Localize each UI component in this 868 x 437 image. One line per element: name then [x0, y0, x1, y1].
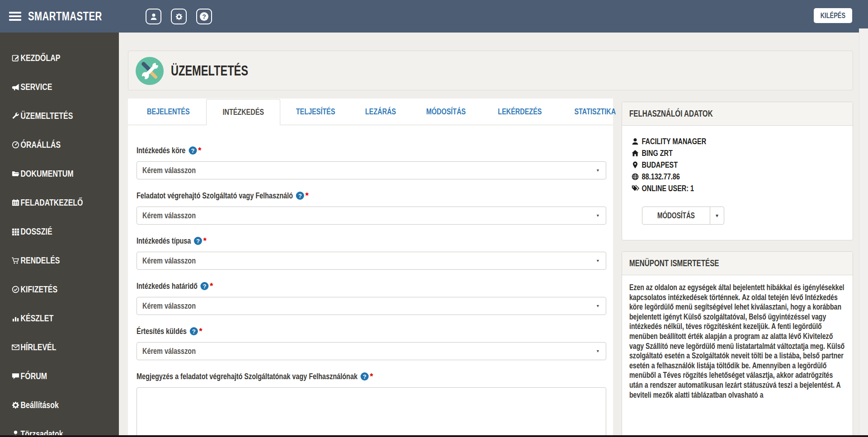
field-label: Értesítés küldés	[137, 326, 187, 336]
sidebar-item-torzsadatok[interactable]: Törzsadatok	[0, 419, 119, 437]
gear-icon	[175, 13, 183, 21]
logout-button[interactable]: KILÉPÉS	[814, 8, 852, 23]
tab-statisztika[interactable]: STATISZTIKA	[558, 99, 632, 125]
modify-button[interactable]: MÓDOSÍTÁS	[642, 207, 710, 224]
sidebar-item-forum[interactable]: FÓRUM	[0, 362, 119, 390]
main-content-card: BEJELENTÉS INTÉZKEDÉS TELJESÍTÉS LEZÁRÁS…	[128, 99, 613, 437]
sidebar-item-uzemeltetes[interactable]: ÜZEMELTETÉS	[0, 101, 119, 130]
question-icon: ?	[200, 12, 208, 21]
chevron-down-icon: ▼	[596, 168, 600, 173]
user-data-rows: FACILITY MANAGER BING ZRT BUDAPEST 88.13…	[622, 126, 853, 194]
user-row-city: BUDAPEST	[631, 159, 794, 171]
field-label: Feladatot végrehajtó Szolgáltató vagy Fe…	[137, 191, 293, 201]
menu-description-title: MENÜPONT ISMERTETÉSE	[622, 252, 853, 275]
menu-description-body: Ezen az oldalon az egységek által bejele…	[622, 275, 853, 409]
vegrehajto-select[interactable]: Kérem válasszon ▼	[137, 207, 606, 225]
required-mark: *	[370, 371, 373, 381]
sidebar-item-beallitasok[interactable]: Beállítások	[0, 390, 119, 419]
field-intezkedes-hatarido: Intézkedés határidő ? * Kérem válasszon …	[137, 281, 606, 315]
tags-icon	[631, 184, 645, 193]
required-mark: *	[210, 281, 213, 291]
bar-chart-icon	[11, 314, 24, 323]
help-icon[interactable]: ?	[296, 192, 304, 200]
field-label-row: Értesítés küldés ? *	[137, 326, 494, 337]
user-row-name: FACILITY MANAGER	[631, 136, 794, 147]
intezkedes-tipusa-select[interactable]: Kérem válasszon ▼	[137, 252, 606, 270]
settings-button[interactable]	[171, 9, 187, 24]
gear-icon	[11, 401, 24, 409]
sidebar-item-dokumentum[interactable]: DOKUMENTUM	[0, 159, 119, 188]
user-row-company: BING ZRT	[631, 147, 794, 159]
sidebar-item-kezdolap[interactable]: KEZDŐLAP	[0, 43, 119, 72]
required-mark: *	[199, 326, 202, 336]
user-icon	[150, 13, 158, 21]
help-icon[interactable]: ?	[201, 282, 209, 290]
modify-split-button: MÓDOSÍTÁS ▾	[642, 207, 724, 225]
field-label: Intézkedés típusa	[137, 236, 191, 246]
megjegyzes-textarea[interactable]	[137, 387, 606, 437]
field-label-row: Intézkedés köre ? *	[137, 145, 494, 156]
user-data-panel-title: FELHASZNÁLÓI ADATOK	[622, 102, 853, 126]
menu-description-panel: MENÜPONT ISMERTETÉSE Ezen az oldalon az …	[622, 251, 853, 437]
tab-teljesites[interactable]: TELJESÍTÉS	[280, 99, 351, 125]
map-marker-icon	[631, 161, 645, 169]
chevron-down-icon: ▼	[596, 349, 600, 353]
caret-down-icon: ▾	[716, 212, 718, 219]
required-mark: *	[305, 191, 308, 201]
field-vegrehajto: Feladatot végrehajtó Szolgáltató vagy Fe…	[137, 190, 606, 225]
field-label: Megjegyzés a feladatot végrehajtó Szolgá…	[137, 371, 358, 381]
comment-icon	[11, 372, 24, 381]
help-icon[interactable]: ?	[189, 146, 197, 155]
viewport-bottom-edge	[0, 435, 868, 437]
sidebar-item-keszlet[interactable]: KÉSZLET	[0, 304, 119, 333]
home-icon	[631, 149, 645, 157]
app-brand: SMARTMASTER	[28, 0, 126, 33]
globe-icon	[631, 173, 645, 181]
page-title-bar: ÜZEMELTETÉS	[128, 51, 853, 90]
user-data-panel: FELHASZNÁLÓI ADATOK FACILITY MANAGER BIN…	[622, 102, 853, 240]
sidebar-item-service[interactable]: SERVICE	[0, 72, 119, 101]
cart-icon	[11, 256, 24, 265]
modify-dropdown-toggle[interactable]: ▾	[710, 207, 724, 224]
page-title: ÜZEMELTETÉS	[171, 51, 273, 91]
field-intezkedes-kore: Intézkedés köre ? * Kérem válasszon ▼	[137, 145, 606, 179]
tab-lezaras[interactable]: LEZÁRÁS	[351, 99, 410, 125]
sidebar-nav: KEZDŐLAP SERVICE ÜZEMELTETÉS ÓRAÁLLÁS DO…	[0, 33, 119, 437]
tab-bejelentes[interactable]: BEJELENTÉS	[131, 99, 206, 125]
tab-lekerdezes[interactable]: LEKÉRDEZÉS	[481, 99, 558, 125]
help-button[interactable]: ?	[196, 9, 212, 24]
intezkedes-hatarido-select[interactable]: Kérem válasszon ▼	[137, 297, 606, 315]
hamburger-menu-icon[interactable]	[9, 12, 21, 23]
help-icon[interactable]: ?	[194, 237, 202, 245]
sidebar-item-kifizetes[interactable]: KIFIZETÉS	[0, 275, 119, 304]
intezkedes-kore-select[interactable]: Kérem válasszon ▼	[137, 161, 606, 179]
sidebar-item-oraallas[interactable]: ÓRAÁLLÁS	[0, 130, 119, 159]
sidebar-item-hirlevel[interactable]: HÍRLEVÉL	[0, 333, 119, 362]
chevron-down-icon: ▼	[596, 304, 600, 308]
calendar-icon	[11, 198, 24, 207]
help-icon[interactable]: ?	[361, 372, 369, 381]
sidebar-item-dosszie[interactable]: DOSSZIÉ	[0, 217, 119, 246]
gauge-icon	[11, 141, 24, 149]
sidebar-item-feladatkezelo[interactable]: FELADATKEZELŐ	[0, 188, 119, 217]
sidebar-item-rendeles[interactable]: RENDELÉS	[0, 246, 119, 275]
envelope-icon	[11, 343, 24, 352]
profile-button[interactable]	[146, 9, 161, 24]
tab-intezkedes[interactable]: INTÉZKEDÉS	[206, 99, 280, 125]
field-label-row: Megjegyzés a feladatot végrehajtó Szolgá…	[137, 371, 494, 382]
top-header: SMARTMASTER ? KILÉPÉS	[0, 0, 868, 33]
field-intezkedes-tipusa: Intézkedés típusa ? * Kérem válasszon ▼	[137, 235, 606, 270]
wrench-icon	[11, 112, 24, 120]
maintenance-tools-icon	[136, 57, 164, 85]
intezkedes-form: Intézkedés köre ? * Kérem válasszon ▼ Fe…	[128, 145, 606, 437]
page-scrollbar[interactable]	[859, 28, 868, 437]
user-icon	[631, 137, 645, 146]
pencil-square-icon	[11, 54, 24, 62]
folder-open-icon	[11, 169, 24, 178]
help-icon[interactable]: ?	[190, 327, 198, 335]
field-label-row: Intézkedés típusa ? *	[137, 235, 494, 246]
field-megjegyzes: Megjegyzés a feladatot végrehajtó Szolgá…	[137, 371, 606, 437]
header-buttons: ?	[146, 9, 212, 24]
tab-modositas[interactable]: MÓDOSÍTÁS	[410, 99, 481, 125]
ertesites-kuldes-select[interactable]: Kérem válasszon ▼	[137, 342, 606, 360]
